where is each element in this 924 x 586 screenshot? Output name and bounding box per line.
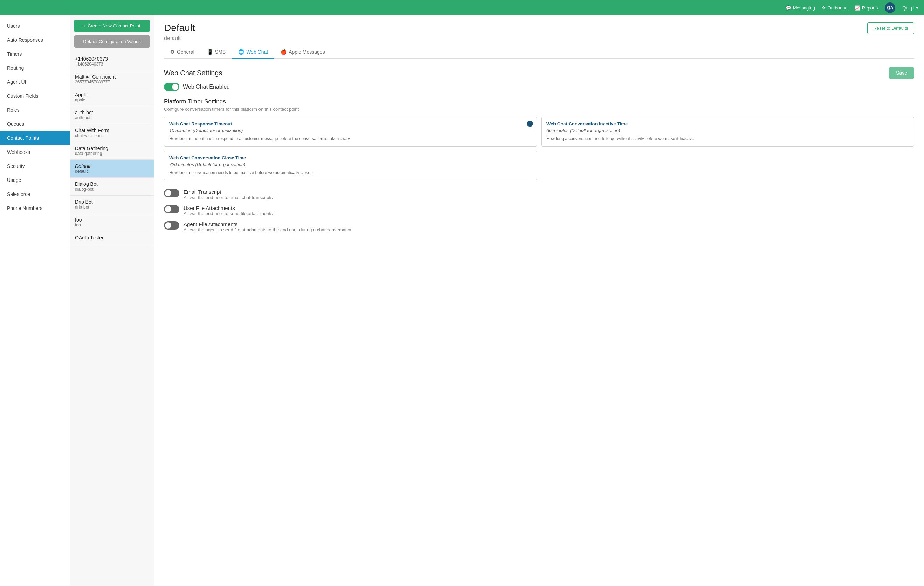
contact-sub: chat-with-form [75, 133, 149, 138]
contact-list-item-matt[interactable]: Matt @ Centricient 265779457089777 [70, 70, 154, 88]
timer-card-desc: How long a conversation needs to go with… [546, 136, 909, 142]
webchat-icon: 🌐 [238, 49, 244, 55]
contact-list-item-auth-bot[interactable]: auth-bot auth-bot [70, 106, 154, 124]
user-file-attachments-label: User File Attachments [183, 205, 272, 211]
web-chat-settings-title: Web Chat Settings [164, 69, 222, 77]
layout: UsersAuto ResponsesTimersRoutingAgent UI… [0, 15, 924, 586]
contact-sub: apple [75, 98, 149, 103]
email-transcript-toggle[interactable] [164, 189, 179, 197]
agent-file-attachments-toggle[interactable] [164, 221, 179, 230]
contact-sub: 265779457089777 [75, 79, 149, 84]
contact-list-item-phone1[interactable]: +14062040373 +14062040373 [70, 53, 154, 70]
tab-general[interactable]: ⚙General [164, 46, 201, 59]
sidebar: UsersAuto ResponsesTimersRoutingAgent UI… [0, 15, 70, 586]
sidebar-item-queues[interactable]: Queues [0, 117, 70, 131]
contact-name: Default [75, 163, 149, 169]
sidebar-item-webhooks[interactable]: Webhooks [0, 145, 70, 159]
title-block: Default default [164, 22, 195, 41]
toggle-slider [164, 189, 179, 197]
tab-label: Web Chat [246, 49, 268, 55]
contact-list-item-data-gathering[interactable]: Data Gathering data-gathering [70, 142, 154, 160]
timer-card-title: Web Chat Response Timeout [169, 121, 532, 126]
timer-card-value: 720 minutes (Default for organization) [169, 162, 532, 167]
messaging-label: Messaging [793, 5, 815, 10]
contact-list-item-dialog-bot[interactable]: Dialog Bot dialog-bot [70, 178, 154, 195]
page-title: Default [164, 22, 195, 34]
info-icon[interactable]: i [527, 121, 533, 127]
timer-card-title: Web Chat Conversation Close Time [169, 155, 532, 161]
contact-list-item-foo[interactable]: foo foo [70, 214, 154, 231]
sidebar-item-salesforce[interactable]: Salesforce [0, 187, 70, 201]
main-header: Default default Reset to Defaults [164, 22, 914, 41]
reports-icon: 📈 [855, 5, 860, 10]
contact-list-item-default[interactable]: Default default [70, 160, 154, 178]
contact-list-item-apple[interactable]: Apple apple [70, 88, 154, 106]
timer-card-inactive-time[interactable]: Web Chat Conversation Inactive Time 60 m… [541, 117, 914, 147]
sidebar-item-usage[interactable]: Usage [0, 173, 70, 187]
feature-toggle-agent-file-attachments: Agent File Attachments Allows the agent … [164, 221, 914, 232]
avatar[interactable]: QA [885, 2, 895, 13]
sidebar-item-routing[interactable]: Routing [0, 61, 70, 75]
agent-file-attachments-label: Agent File Attachments [183, 221, 353, 227]
sidebar-item-agent-ui[interactable]: Agent UI [0, 75, 70, 89]
timer-card-title: Web Chat Conversation Inactive Time [546, 121, 909, 126]
sidebar-item-phone-numbers[interactable]: Phone Numbers [0, 201, 70, 215]
contact-sub: +14062040373 [75, 62, 149, 66]
tabs: ⚙General📱SMS🌐Web Chat🍎Apple Messages [164, 46, 914, 59]
default-config-button[interactable]: Default Configuration Values [74, 35, 150, 48]
agent-file-attachments-desc: Allows the agent to send file attachment… [183, 227, 353, 232]
platform-timer-section: Platform Timer Settings Configure conver… [164, 98, 914, 180]
outbound-nav[interactable]: ✈ Outbound [822, 5, 848, 10]
reports-label: Reports [862, 5, 878, 10]
save-button[interactable]: Save [889, 67, 914, 78]
contact-name: foo [75, 217, 149, 223]
tab-sms[interactable]: 📱SMS [201, 46, 232, 59]
timer-card-desc: How long an agent has to respond to a cu… [169, 136, 532, 142]
message-icon: 💬 [785, 5, 791, 10]
outbound-label: Outbound [828, 5, 848, 10]
contact-sub: foo [75, 223, 149, 227]
timer-card-response-timeout[interactable]: Web Chat Response Timeout 10 minutes (De… [164, 117, 537, 147]
sidebar-item-contact-points[interactable]: Contact Points [0, 131, 70, 145]
agent-file-attachments-text: Agent File Attachments Allows the agent … [183, 221, 353, 232]
contact-name: Drip Bot [75, 199, 149, 205]
middle-panel: + Create New Contact Point Default Confi… [70, 15, 154, 586]
page-subtitle: default [164, 35, 195, 41]
section-header: Web Chat Settings Save [164, 67, 914, 78]
sidebar-item-custom-fields[interactable]: Custom Fields [0, 89, 70, 103]
contact-list-item-oauth-tester[interactable]: OAuth Tester [70, 231, 154, 244]
sidebar-item-roles[interactable]: Roles [0, 103, 70, 117]
feature-toggle-user-file-attachments: User File Attachments Allows the end use… [164, 205, 914, 216]
timer-card-close-time[interactable]: Web Chat Conversation Close Time 720 min… [164, 151, 537, 180]
user-name[interactable]: Quiq1 ▾ [902, 5, 918, 10]
messaging-nav[interactable]: 💬 Messaging [785, 5, 815, 10]
tab-webchat[interactable]: 🌐Web Chat [232, 46, 274, 59]
sidebar-item-users[interactable]: Users [0, 19, 70, 33]
outbound-icon: ✈ [822, 5, 826, 10]
tab-apple-messages[interactable]: 🍎Apple Messages [274, 46, 332, 59]
reports-nav[interactable]: 📈 Reports [855, 5, 878, 10]
sidebar-item-security[interactable]: Security [0, 159, 70, 173]
chevron-down-icon: ▾ [916, 5, 918, 10]
timer-card-value: 60 minutes (Default for organization) [546, 128, 909, 133]
sidebar-item-auto-responses[interactable]: Auto Responses [0, 33, 70, 47]
sidebar-item-timers[interactable]: Timers [0, 47, 70, 61]
web-chat-enabled-toggle[interactable] [164, 83, 179, 91]
contact-name: Chat With Form [75, 127, 149, 133]
contact-sub: default [75, 169, 149, 174]
contact-sub: dialog-bot [75, 187, 149, 192]
web-chat-enabled-label: Web Chat Enabled [183, 84, 230, 90]
contact-list-item-drip-bot[interactable]: Drip Bot drip-bot [70, 195, 154, 214]
contact-name: Apple [75, 92, 149, 98]
reset-to-defaults-button[interactable]: Reset to Defaults [867, 22, 914, 34]
top-nav: 💬 Messaging ✈ Outbound 📈 Reports QA Quiq… [0, 0, 924, 15]
tab-label: SMS [215, 49, 226, 55]
create-contact-point-button[interactable]: + Create New Contact Point [74, 20, 150, 32]
tab-label: Apple Messages [289, 49, 325, 55]
platform-timer-desc: Configure conversation timers for this p… [164, 106, 914, 112]
contact-list-item-chat-with-form[interactable]: Chat With Form chat-with-form [70, 124, 154, 142]
create-contact-point-label: Create New Contact Point [87, 23, 140, 28]
contact-name: OAuth Tester [75, 235, 149, 240]
contact-name: Data Gathering [75, 146, 149, 151]
user-file-attachments-toggle[interactable] [164, 205, 179, 214]
